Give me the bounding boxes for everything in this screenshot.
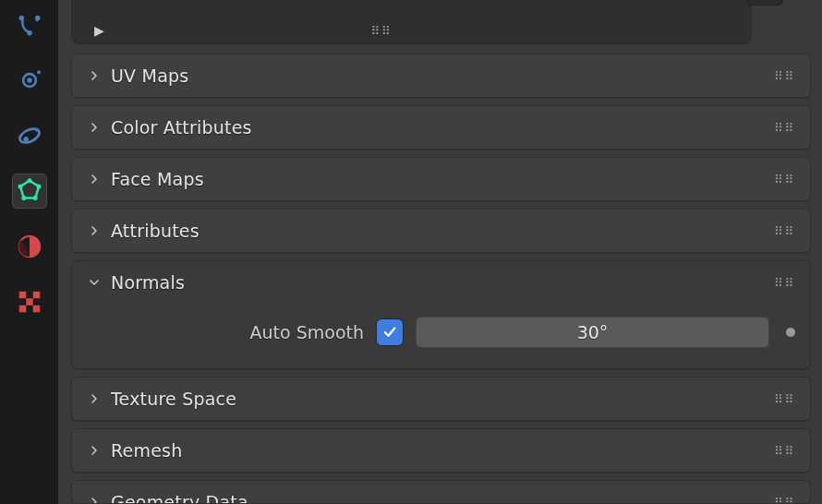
panel-normals: Normals ⠿⠿ Auto Smooth 30°: [71, 260, 811, 369]
drag-handle-icon[interactable]: ⠿⠿: [774, 69, 795, 83]
panel-geometry-data[interactable]: Geometry Data ⠿⠿: [71, 480, 811, 504]
properties-content: ▶ ⠿⠿ UV Maps ⠿⠿ Color Attributes ⠿⠿: [58, 0, 822, 504]
drag-handle-icon[interactable]: ⠿⠿: [774, 121, 795, 135]
constraints-icon: [16, 11, 43, 39]
texture-icon: [16, 288, 43, 316]
chevron-right-icon: [85, 222, 103, 240]
physics-icon: [16, 122, 43, 150]
panel-title: UV Maps: [111, 66, 188, 86]
panel-texture-space[interactable]: Texture Space ⠿⠿: [71, 377, 811, 421]
tab-material[interactable]: [12, 229, 47, 264]
chevron-down-icon: [85, 273, 103, 292]
chevron-right-icon: [85, 170, 103, 188]
drag-handle-icon[interactable]: ⠿⠿: [774, 392, 795, 406]
svg-point-6: [18, 126, 42, 146]
svg-point-10: [36, 185, 41, 189]
auto-smooth-angle-field[interactable]: 30°: [416, 317, 769, 348]
properties-tab-bar: [0, 0, 58, 504]
svg-point-12: [32, 196, 37, 200]
chevron-down-icon: [756, 0, 773, 3]
panel-title: Geometry Data: [111, 492, 248, 504]
drag-handle-icon[interactable]: ⠿⠿: [774, 276, 795, 290]
drag-handle-icon[interactable]: ⠿⠿: [774, 224, 795, 238]
svg-rect-19: [32, 306, 40, 313]
tab-particles[interactable]: [12, 63, 47, 98]
chevron-right-icon: [85, 118, 103, 137]
panel-attributes[interactable]: Attributes ⠿⠿: [71, 209, 811, 253]
tab-physics[interactable]: [12, 118, 47, 153]
panel-face-maps[interactable]: Face Maps ⠿⠿: [71, 157, 811, 201]
drag-handle-icon[interactable]: ⠿⠿: [774, 173, 795, 186]
svg-point-9: [27, 178, 31, 183]
chevron-right-icon: [85, 66, 103, 85]
drag-handle-icon[interactable]: ⠿⠿: [774, 444, 795, 458]
panel-title: Face Maps: [111, 169, 204, 189]
panel-title: Color Attributes: [111, 117, 252, 138]
animate-property-button[interactable]: [786, 328, 795, 337]
svg-rect-17: [26, 298, 33, 306]
svg-rect-15: [18, 292, 26, 299]
specials-menu-button[interactable]: [746, 0, 783, 6]
svg-rect-16: [32, 292, 40, 299]
chevron-right-icon: [85, 441, 103, 460]
material-icon: [16, 233, 43, 260]
svg-point-5: [37, 70, 41, 74]
play-icon[interactable]: ▶: [94, 23, 104, 38]
svg-rect-18: [18, 306, 26, 313]
panel-normals-header[interactable]: Normals ⠿⠿: [72, 261, 810, 304]
svg-point-11: [18, 185, 22, 189]
panel-normals-body: Auto Smooth 30°: [72, 304, 810, 368]
svg-point-8: [34, 128, 37, 131]
panel-uv-maps[interactable]: UV Maps ⠿⠿: [71, 54, 811, 98]
drag-handle-icon[interactable]: ⠿⠿: [371, 24, 393, 38]
panel-title: Attributes: [111, 221, 199, 241]
mesh-data-icon: [16, 177, 43, 205]
tab-texture[interactable]: [12, 284, 47, 319]
svg-point-4: [27, 78, 32, 83]
particles-icon: [16, 66, 43, 94]
tab-constraints[interactable]: [12, 7, 47, 42]
drag-handle-icon[interactable]: ⠿⠿: [774, 496, 795, 504]
panel-title: Texture Space: [111, 389, 236, 409]
check-icon: [381, 324, 398, 341]
auto-smooth-checkbox[interactable]: [377, 319, 403, 345]
panel-color-attributes[interactable]: Color Attributes ⠿⠿: [71, 105, 811, 150]
panel-remesh[interactable]: Remesh ⠿⠿: [71, 428, 811, 473]
shape-keys-area: ▶ ⠿⠿: [71, 0, 811, 34]
tab-object-data[interactable]: [12, 174, 47, 209]
shape-keys-list[interactable]: ▶ ⠿⠿: [71, 0, 752, 44]
panel-title: Normals: [111, 272, 185, 293]
auto-smooth-label: Auto Smooth: [87, 322, 364, 342]
svg-point-13: [21, 196, 26, 200]
panel-title: Remesh: [111, 440, 182, 461]
chevron-right-icon: [85, 493, 103, 504]
svg-point-7: [23, 137, 29, 142]
chevron-right-icon: [85, 390, 103, 408]
